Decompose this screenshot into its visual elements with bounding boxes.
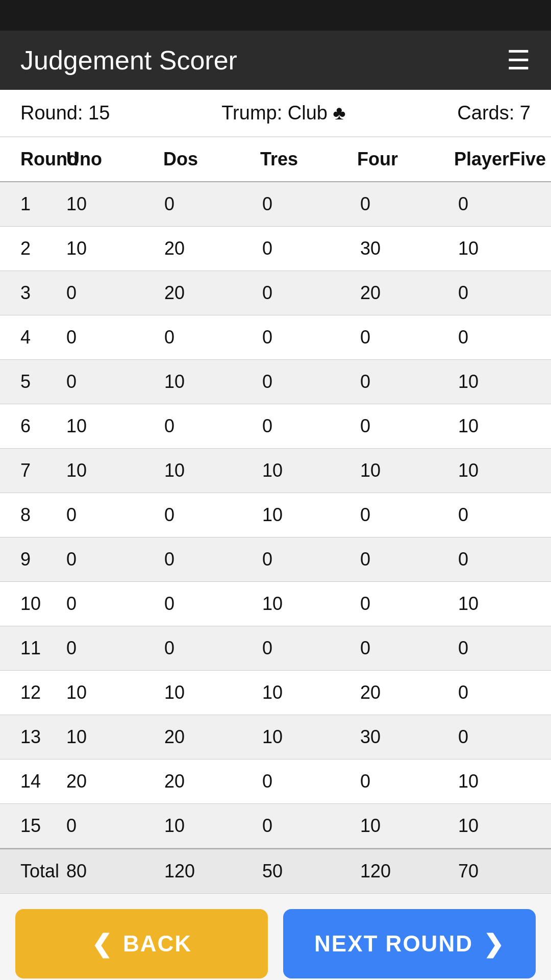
cell-five: 0 (453, 671, 551, 715)
cell-uno: 0 (61, 493, 159, 537)
cell-round: 11 (0, 626, 61, 670)
cell-uno: 10 (61, 182, 159, 226)
table-header-row: Round Uno Dos Tres Four PlayerFive (0, 137, 551, 182)
status-bar (0, 0, 551, 31)
back-chevron-icon: ❮ (91, 929, 113, 958)
next-round-button[interactable]: NEXT ROUND ❯ (283, 909, 536, 978)
cell-uno: 0 (61, 271, 159, 315)
cell-total-five: 70 (453, 849, 551, 893)
cell-dos: 0 (159, 182, 257, 226)
table-total-row: Total 80 120 50 120 70 (0, 848, 551, 894)
cell-five: 0 (453, 715, 551, 759)
cell-dos: 20 (159, 760, 257, 803)
table-row: 4 0 0 0 0 0 (0, 315, 551, 360)
cell-four: 10 (355, 804, 453, 848)
cell-tres: 0 (257, 537, 355, 581)
round-number: Round: 15 (20, 102, 110, 124)
col-header-five: PlayerFive (449, 137, 551, 181)
cell-round: 14 (0, 760, 61, 803)
cell-four: 10 (355, 449, 453, 493)
cards-count: Cards: 7 (457, 102, 531, 124)
table-row: 1 10 0 0 0 0 (0, 182, 551, 227)
cell-round: 2 (0, 227, 61, 271)
cell-tres: 10 (257, 449, 355, 493)
cell-tres: 10 (257, 493, 355, 537)
cell-dos: 20 (159, 715, 257, 759)
cell-uno: 0 (61, 804, 159, 848)
cell-tres: 0 (257, 315, 355, 359)
cell-five: 10 (453, 760, 551, 803)
cell-four: 0 (355, 360, 453, 404)
cell-total-uno: 80 (61, 849, 159, 893)
cell-five: 0 (453, 537, 551, 581)
cell-uno: 10 (61, 449, 159, 493)
cell-uno: 0 (61, 537, 159, 581)
menu-icon[interactable]: ☰ (507, 47, 531, 74)
cell-total-four: 120 (355, 849, 453, 893)
cell-tres: 0 (257, 804, 355, 848)
cell-tres: 0 (257, 626, 355, 670)
next-round-button-label: NEXT ROUND (314, 931, 473, 957)
trump-suit: Trump: Club ♣ (221, 102, 345, 124)
col-header-uno: Uno (61, 137, 158, 181)
col-header-tres: Tres (255, 137, 352, 181)
cell-uno: 10 (61, 227, 159, 271)
cell-round: 4 (0, 315, 61, 359)
cell-five: 10 (453, 404, 551, 448)
cell-uno: 0 (61, 582, 159, 626)
cell-dos: 10 (159, 671, 257, 715)
cell-dos: 20 (159, 271, 257, 315)
cell-total-label: Total (0, 849, 61, 893)
cell-five: 0 (453, 493, 551, 537)
cell-tres: 10 (257, 715, 355, 759)
table-row: 10 0 0 10 0 10 (0, 582, 551, 626)
cell-four: 0 (355, 315, 453, 359)
cell-round: 3 (0, 271, 61, 315)
cell-dos: 0 (159, 537, 257, 581)
table-row: 15 0 10 0 10 10 (0, 804, 551, 848)
cell-round: 10 (0, 582, 61, 626)
cell-dos: 0 (159, 626, 257, 670)
table-row: 3 0 20 0 20 0 (0, 271, 551, 315)
cell-tres: 10 (257, 671, 355, 715)
cell-uno: 0 (61, 360, 159, 404)
table-row: 5 0 10 0 0 10 (0, 360, 551, 404)
cell-total-dos: 120 (159, 849, 257, 893)
table-row: 14 20 20 0 0 10 (0, 760, 551, 804)
table-row: 7 10 10 10 10 10 (0, 449, 551, 493)
cell-five: 10 (453, 582, 551, 626)
table-row: 6 10 0 0 0 10 (0, 404, 551, 449)
round-info-bar: Round: 15 Trump: Club ♣ Cards: 7 (0, 90, 551, 137)
cell-five: 10 (453, 360, 551, 404)
cell-five: 0 (453, 271, 551, 315)
cell-round: 12 (0, 671, 61, 715)
cell-round: 8 (0, 493, 61, 537)
cell-tres: 0 (257, 404, 355, 448)
cell-five: 0 (453, 626, 551, 670)
cell-four: 20 (355, 271, 453, 315)
cell-four: 0 (355, 182, 453, 226)
cell-tres: 10 (257, 582, 355, 626)
cell-four: 0 (355, 626, 453, 670)
col-header-round: Round (0, 137, 61, 181)
cell-four: 0 (355, 404, 453, 448)
cell-uno: 0 (61, 315, 159, 359)
cell-total-tres: 50 (257, 849, 355, 893)
cell-dos: 0 (159, 404, 257, 448)
table-row: 8 0 0 10 0 0 (0, 493, 551, 537)
cell-four: 0 (355, 582, 453, 626)
cell-dos: 20 (159, 227, 257, 271)
back-button[interactable]: ❮ BACK (15, 909, 268, 978)
table-row: 9 0 0 0 0 0 (0, 537, 551, 582)
score-table: Round Uno Dos Tres Four PlayerFive 1 10 … (0, 137, 551, 894)
cell-five: 10 (453, 227, 551, 271)
cell-five: 0 (453, 315, 551, 359)
cell-five: 10 (453, 449, 551, 493)
cell-dos: 10 (159, 804, 257, 848)
cell-round: 15 (0, 804, 61, 848)
cell-tres: 0 (257, 760, 355, 803)
cell-tres: 0 (257, 360, 355, 404)
cell-tres: 0 (257, 227, 355, 271)
table-row: 2 10 20 0 30 10 (0, 227, 551, 271)
cell-dos: 0 (159, 493, 257, 537)
